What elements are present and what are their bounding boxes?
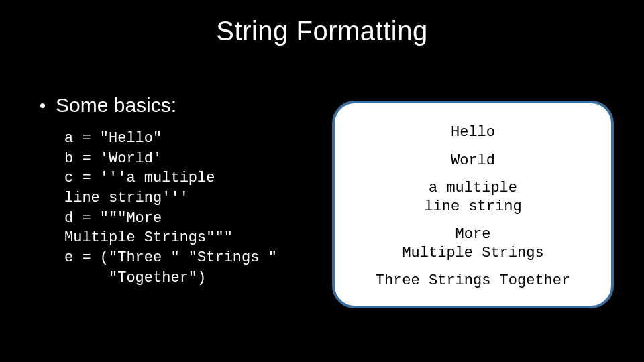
output-line: World <box>347 152 599 170</box>
bullet-item: Some basics: <box>40 94 176 117</box>
output-line: Three Strings Together <box>347 272 599 290</box>
output-line: Multiple Strings <box>347 244 599 263</box>
code-line: "Together") <box>64 269 206 286</box>
bullet-text: Some basics: <box>56 94 176 117</box>
output-line: Hello <box>347 123 599 142</box>
code-line: Multiple Strings""" <box>64 229 233 246</box>
code-line: b = 'World' <box>64 150 162 167</box>
slide-title: String Formatting <box>0 16 644 46</box>
code-line: c = '''a multiple <box>64 170 215 186</box>
output-group: More Multiple Strings <box>347 225 599 262</box>
code-line: d = """More <box>64 210 162 227</box>
output-box: Hello World a multiple line string More … <box>332 101 614 308</box>
code-line: line string''' <box>64 190 189 206</box>
output-line: More <box>347 225 599 244</box>
output-line: a multiple <box>347 179 599 198</box>
bullet-dot-icon <box>40 103 45 108</box>
code-line: a = "Hello" <box>64 130 162 147</box>
code-line: e = ("Three " "Strings " <box>64 249 277 266</box>
slide: String Formatting Some basics: a = "Hell… <box>0 0 644 362</box>
output-group: a multiple line string <box>347 179 599 216</box>
code-block: a = "Hello" b = 'World' c = '''a multipl… <box>64 129 277 288</box>
output-line: line string <box>347 198 599 217</box>
